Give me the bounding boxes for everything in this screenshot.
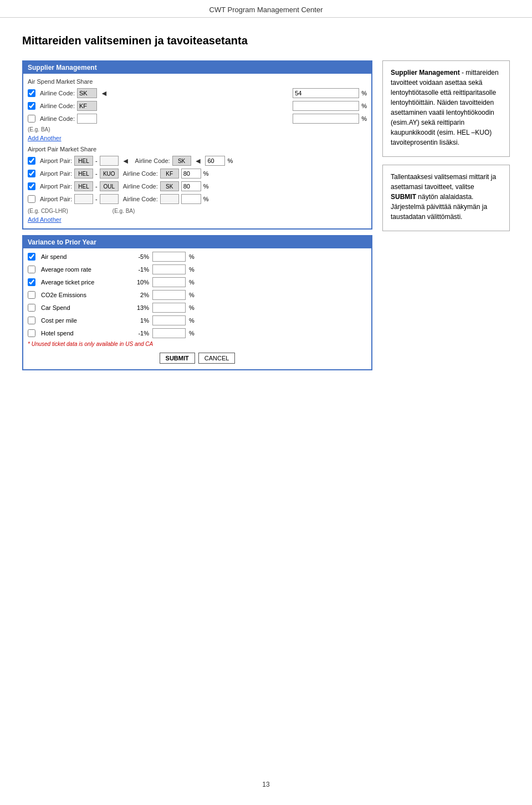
variance-pct-ticket-price: 10% (125, 279, 149, 286)
variance-footnote: * Unused ticket data is only available i… (28, 341, 367, 347)
variance-label-room-rate: Average room rate (41, 266, 121, 273)
variance-label-cost-per-mile: Cost per mile (41, 317, 121, 324)
ap-city1-3[interactable] (74, 181, 93, 191)
ap-airline-code-1[interactable] (172, 156, 191, 166)
add-another-ap[interactable]: Add Another (28, 216, 367, 223)
ap-airline-label-2: Airline Code: (123, 170, 158, 177)
airline-code-input-2[interactable] (77, 101, 97, 111)
airline-checkbox-1[interactable] (28, 89, 35, 97)
submit-info-box: Tallentaaksesi valitsemasi mittarit ja a… (382, 165, 510, 231)
variance-pct-air-spend: -5% (125, 253, 149, 260)
airline-pct-input-3[interactable] (293, 114, 359, 124)
ap-checkbox-3[interactable] (28, 182, 35, 190)
airport-pair-subsection-title: Airport Pair Market Share (28, 146, 367, 152)
ap-arrow-1: ◄ (122, 156, 130, 165)
right-panel: Supplier Management - mittareiden tavoit… (382, 60, 510, 231)
variance-pct-cost-per-mile: 1% (125, 317, 149, 324)
add-another-airline[interactable]: Add Another (28, 135, 367, 141)
variance-label-air-spend: Air spend (41, 253, 121, 260)
variance-section: Variance to Prior Year Air spend -5% % A… (22, 235, 372, 370)
ap-city2-3[interactable] (100, 181, 119, 191)
ap-pair-label-4: Airport Pair: (40, 196, 72, 202)
arrow-1: ◄ (100, 89, 108, 98)
variance-check-ticket-price[interactable] (28, 278, 35, 286)
air-spend-subsection-title: Air Spend Market Share (28, 78, 367, 85)
ap-pair-label-1: Airport Pair: (40, 157, 72, 164)
ap-city1-1[interactable] (74, 156, 93, 166)
ap-city2-1[interactable] (100, 156, 119, 166)
ap-city1-2[interactable] (74, 169, 93, 179)
ap-airline-label-3: Airline Code: (123, 183, 158, 190)
ap-airline-arrow-1: ◄ (195, 156, 202, 165)
variance-label-car-spend: Car Spend (41, 304, 121, 311)
variance-input-ticket-price[interactable] (152, 277, 186, 287)
airline-code-input-1[interactable] (77, 88, 97, 98)
page-header: CWT Program Management Center (0, 0, 532, 18)
page-title: Mittareiden valitseminen ja tavoiteaseta… (22, 34, 510, 47)
ap-airline-code-3[interactable] (160, 181, 179, 191)
ap-city1-4[interactable] (74, 194, 93, 204)
ap-row-2: Airport Pair: - Airline Code: % (28, 169, 367, 179)
variance-check-hotel-spend[interactable] (28, 329, 35, 337)
ap-checkbox-2[interactable] (28, 170, 35, 177)
variance-input-cost-per-mile[interactable] (152, 315, 186, 325)
airline-checkbox-2[interactable] (28, 102, 35, 110)
variance-input-co2[interactable] (152, 290, 186, 300)
variance-row-cost-per-mile: Cost per mile 1% % (28, 315, 367, 325)
ap-pct-2[interactable] (181, 169, 201, 179)
airline-label-3: Airline Code: (40, 115, 75, 122)
ap-city2-4[interactable] (100, 194, 119, 204)
button-row: SUBMIT CANCEL (28, 353, 367, 364)
header-title: CWT Program Management Center (209, 6, 323, 14)
submit-info-text: Tallentaaksesi valitsemasi mittarit ja a… (391, 172, 502, 222)
airline-pct-input-1[interactable] (293, 88, 359, 98)
variance-body: Air spend -5% % Average room rate -1% % (23, 248, 371, 369)
variance-input-hotel-spend[interactable] (152, 328, 186, 338)
variance-check-cost-per-mile[interactable] (28, 317, 35, 324)
variance-check-co2[interactable] (28, 291, 35, 299)
airline-row-1: Airline Code: ◄ % (28, 88, 367, 98)
supplier-management-body: Air Spend Market Share Airline Code: ◄ %… (23, 74, 371, 228)
left-panel: Supplier Management Air Spend Market Sha… (22, 60, 372, 376)
cancel-button[interactable]: CANCEL (198, 353, 236, 364)
variance-pct-co2: 2% (125, 292, 149, 298)
variance-label-co2: CO2e Emissions (41, 292, 121, 298)
ap-row-4: Airport Pair: - Airline Code: % (28, 194, 367, 204)
variance-check-air-spend[interactable] (28, 253, 35, 261)
ap-pct-3[interactable] (181, 181, 201, 191)
variance-check-room-rate[interactable] (28, 266, 35, 273)
variance-row-co2: CO2e Emissions 2% % (28, 290, 367, 300)
submit-button[interactable]: SUBMIT (160, 353, 195, 364)
variance-input-room-rate[interactable] (152, 264, 186, 274)
supplier-management-section: Supplier Management Air Spend Market Sha… (22, 60, 372, 230)
airline-code-input-3[interactable] (77, 114, 97, 124)
airline-row-3: Airline Code: % (28, 114, 367, 124)
variance-input-air-spend[interactable] (152, 252, 186, 262)
airline-pct-input-2[interactable] (293, 101, 359, 111)
variance-row-car-spend: Car Spend 13% % (28, 303, 367, 313)
ap-pair-label-3: Airport Pair: (40, 183, 72, 190)
variance-header: Variance to Prior Year (23, 236, 371, 248)
variance-input-car-spend[interactable] (152, 303, 186, 313)
ap-airline-code-4[interactable] (160, 194, 179, 204)
ap-city2-2[interactable] (100, 169, 119, 179)
ap-pair-label-2: Airport Pair: (40, 170, 72, 177)
ap-airline-code-2[interactable] (160, 169, 179, 179)
eg-text-airline: (E.g. BA) (28, 126, 367, 133)
ap-checkbox-4[interactable] (28, 195, 35, 203)
variance-label-hotel-spend: Hotel spend (41, 330, 121, 337)
ap-pct-4[interactable] (181, 194, 201, 204)
variance-row-room-rate: Average room rate -1% % (28, 264, 367, 274)
supplier-info-text: Supplier Management - mittareiden tavoit… (391, 68, 502, 147)
variance-label-ticket-price: Average ticket price (41, 279, 121, 286)
variance-check-car-spend[interactable] (28, 304, 35, 312)
supplier-info-box: Supplier Management - mittareiden tavoit… (382, 60, 510, 157)
variance-pct-room-rate: -1% (125, 266, 149, 273)
ap-row-1: Airport Pair: - ◄ Airline Code: ◄ % (28, 156, 367, 166)
ap-checkbox-1[interactable] (28, 157, 35, 165)
airline-checkbox-3[interactable] (28, 115, 35, 123)
variance-row-air-spend: Air spend -5% % (28, 252, 367, 262)
airline-row-2: Airline Code: % (28, 101, 367, 111)
variance-row-ticket-price: Average ticket price 10% % (28, 277, 367, 287)
ap-pct-1[interactable] (205, 156, 225, 166)
